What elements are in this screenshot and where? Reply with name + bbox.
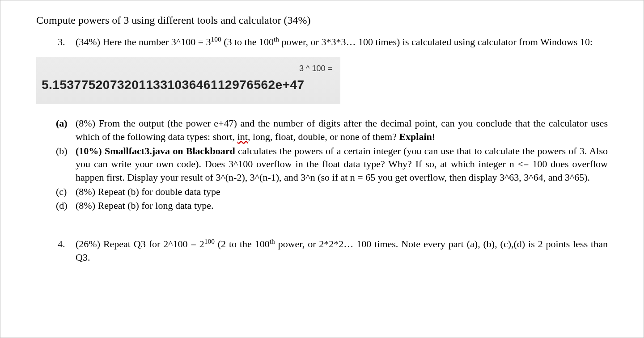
part-b-bold: (10%) Smallfact3.java on Blackboard (76, 145, 235, 156)
q3-intro-text-b: (3 to the 100 (221, 36, 274, 47)
part-a: (a) (8%) From the output (the power e+47… (56, 117, 608, 143)
part-a-text-2: , long, float, double, or none of them? (248, 131, 399, 142)
part-d: (d) (8%) Repeat (b) for long data type. (56, 199, 608, 212)
part-b-body: (10%) Smallfact3.java on Blackboard calc… (76, 144, 608, 184)
part-c: (c) (8%) Repeat (b) for double data type (56, 185, 608, 199)
part-c-label: (c) (56, 185, 76, 199)
ordinal-th: th (274, 35, 279, 43)
question-4: 4. (26%) Repeat Q3 for 2^100 = 2100 (2 t… (58, 237, 608, 264)
q4-number: 4. (58, 237, 76, 264)
calc-result: 5.1537752073201133103646112976562e+47 (42, 76, 335, 93)
spellcheck-int: int (237, 131, 248, 142)
part-a-explain: Explain! (399, 131, 435, 142)
question-3: 3. (34%) Here the number 3^100 = 3100 (3… (58, 35, 608, 49)
q3-intro: (34%) Here the number 3^100 = 3100 (3 to… (76, 35, 608, 49)
q4-text-a: (26%) Repeat Q3 for 2^100 = 2 (76, 238, 204, 249)
q4-text-b: (2 to the 100 (215, 238, 270, 249)
part-a-label: (a) (56, 117, 76, 143)
calc-expression: 3 ^ 100 = (42, 63, 332, 74)
q3-intro-text-a: (34%) Here the number 3^100 = 3 (76, 36, 211, 47)
q3-number: 3. (58, 35, 76, 49)
part-d-body: (8%) Repeat (b) for long data type. (76, 199, 608, 212)
part-d-label: (d) (56, 199, 76, 212)
section-title: Compute powers of 3 using different tool… (36, 13, 608, 27)
ordinal-th-b: th (270, 237, 275, 245)
exponent-100: 100 (211, 35, 221, 43)
q3-intro-text-c: power, or 3*3*3… 100 times) is calculate… (279, 36, 593, 47)
part-a-body: (8%) From the output (the power e+47) an… (76, 117, 608, 143)
q3-subparts: (a) (8%) From the output (the power e+47… (56, 117, 608, 212)
calculator-screenshot: 3 ^ 100 = 5.1537752073201133103646112976… (36, 57, 340, 104)
part-b-label: (b) (56, 144, 76, 184)
exponent-100-b: 100 (204, 237, 215, 245)
q4-body: (26%) Repeat Q3 for 2^100 = 2100 (2 to t… (76, 237, 608, 264)
part-c-body: (8%) Repeat (b) for double data type (76, 185, 608, 199)
document-page: Compute powers of 3 using different tool… (0, 0, 644, 338)
part-b: (b) (10%) Smallfact3.java on Blackboard … (56, 144, 608, 184)
